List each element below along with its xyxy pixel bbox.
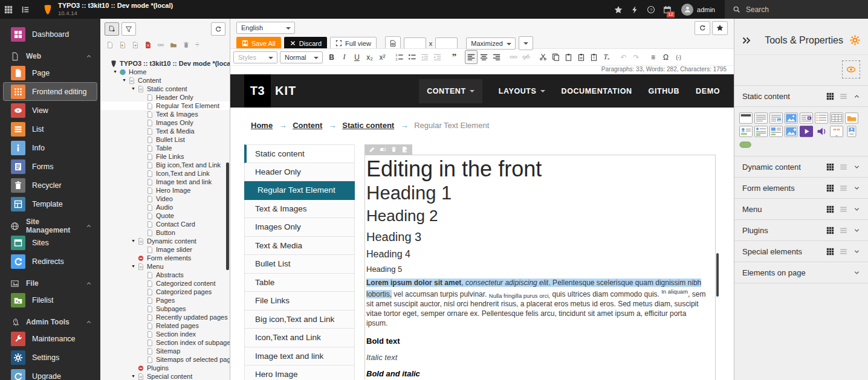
breadcrumb-link-content[interactable]: Content	[293, 121, 322, 130]
submenu-item-image-text-and-link[interactable]: Image text and link	[244, 347, 355, 366]
tree-node-sitemaps-of-selected-pages[interactable]: Sitemaps of selected pages	[100, 355, 230, 364]
trash-drag-icon[interactable]	[183, 41, 190, 49]
new-page-button[interactable]	[105, 22, 119, 36]
bullets-element-icon[interactable]	[815, 112, 828, 124]
uploads-element-icon[interactable]	[845, 112, 858, 124]
blockquote-button[interactable]: ”	[448, 50, 461, 64]
delete-icon[interactable]	[390, 146, 397, 153]
book-bookmark-button[interactable]	[712, 21, 728, 35]
collapse-panel-button[interactable]	[742, 36, 751, 45]
nav-item-layouts[interactable]: LAYOUTS	[499, 87, 545, 95]
toggle-hidden-elements-button[interactable]	[842, 60, 860, 79]
full-view-button[interactable]: Full view	[330, 37, 377, 50]
contact-element-icon[interactable]	[739, 126, 753, 137]
insert-nbsp-button[interactable]: (-)	[672, 50, 685, 64]
submenu-item-file-links[interactable]: File Links	[244, 292, 355, 311]
language-select[interactable]: English	[236, 22, 295, 34]
view-size-select[interactable]: Maximized	[466, 37, 516, 50]
pagearrow-drag-icon[interactable]	[132, 41, 139, 49]
tree-node-related-pages[interactable]: Related pages	[100, 321, 230, 330]
collapse-arrow-icon[interactable]: ▼	[130, 85, 137, 93]
tree-node-bullet-list[interactable]: Bullet List	[100, 135, 230, 144]
sidebar-item-upgrade[interactable]: Upgrade	[3, 367, 97, 380]
discard-button[interactable]: Discard	[284, 37, 327, 50]
collapse-arrow-icon[interactable]: ▼	[121, 76, 128, 85]
panel-section-elements-on-page[interactable]: Elements on page	[734, 262, 868, 283]
section-file[interactable]: File	[0, 276, 100, 291]
divider-drag-icon[interactable]: ÷	[195, 40, 199, 49]
tree-node-section-index[interactable]: Section index	[100, 330, 230, 338]
nav-item-demo[interactable]: DEMO	[696, 87, 720, 95]
paste-from-word-button[interactable]: W	[575, 50, 588, 64]
superscript-button[interactable]: x²	[376, 50, 389, 64]
panel-section-static-content[interactable]: Static content	[734, 86, 868, 107]
tree-node-pages[interactable]: Pages	[100, 296, 230, 304]
panel-settings-icon[interactable]	[849, 34, 861, 46]
submenu-item-bullet-list[interactable]: Bullet List	[244, 255, 355, 274]
align-left-button[interactable]	[465, 50, 478, 64]
underline-button[interactable]: U	[351, 50, 363, 64]
tree-node-static-content[interactable]: ▼Static content	[100, 85, 230, 93]
audio-element-icon[interactable]	[815, 126, 828, 137]
image-element-icon[interactable]	[785, 112, 798, 124]
panel-section-form-elements[interactable]: Form elements	[734, 178, 868, 199]
tree-node-hero-image[interactable]: Hero Image	[100, 186, 230, 195]
submenu-item-icon-text-and-link[interactable]: Icon,Text and Link	[244, 329, 355, 347]
panel-section-plugins[interactable]: Plugins	[734, 220, 868, 241]
imagetext-element-icon[interactable]	[769, 126, 783, 137]
brand[interactable]: TYPO3 :: t3kit10 :: Dev mode *(local) 10…	[34, 0, 179, 19]
tree-node-contact-card[interactable]: Contact Card	[100, 220, 230, 228]
submenu-item-big-icon-text-and-link[interactable]: Big icon,Text and Link	[244, 311, 355, 329]
tree-node-categorized-pages[interactable]: Categorized pages	[100, 288, 230, 296]
refresh-tree-button[interactable]	[211, 22, 225, 36]
width-input[interactable]	[404, 37, 426, 49]
sidebar-item-info[interactable]: Info	[3, 138, 97, 157]
module-menu-toggle[interactable]	[0, 0, 17, 19]
tree-node-video[interactable]: Video	[100, 195, 230, 203]
subscript-button[interactable]: x₂	[363, 50, 376, 64]
new-content-icon[interactable]	[401, 146, 408, 153]
tree-scrollbar[interactable]	[226, 163, 229, 270]
sidebar-item-settings[interactable]: Settings	[3, 348, 97, 367]
tree-node-special-content[interactable]: ▼Special content	[100, 372, 230, 380]
special-character-button[interactable]: Ω	[659, 50, 672, 64]
icontext-element-icon[interactable]	[754, 126, 768, 137]
view-size-caret-button[interactable]	[519, 36, 533, 50]
submenu-item-images-only[interactable]: Images Only	[244, 218, 355, 237]
submenu-item-table[interactable]: Table	[244, 274, 355, 292]
tree-node-regular-text-element[interactable]: Regular Text Element	[100, 101, 230, 110]
tree-node-file-links[interactable]: File Links	[100, 152, 230, 161]
collapse-arrow-icon[interactable]: ▼	[112, 68, 118, 76]
submenu-item-text-media[interactable]: Text & Media	[244, 237, 355, 256]
pagetree-toggle[interactable]	[17, 0, 34, 19]
italic-button[interactable]: I	[338, 50, 351, 64]
copy-button[interactable]	[549, 50, 562, 64]
paste-button[interactable]	[562, 50, 575, 64]
submenu-section-static-content[interactable]: Static content	[244, 144, 355, 163]
format-select[interactable]: Normal	[280, 51, 323, 63]
sidebar-item-frontend-editing[interactable]: Frontend editing	[3, 82, 97, 101]
tree-node-text-images[interactable]: Text & Images	[100, 110, 230, 118]
tree-node-table[interactable]: Table	[100, 144, 230, 152]
submenu-item-text-images[interactable]: Text & Images	[244, 200, 355, 219]
align-right-button[interactable]	[490, 50, 503, 64]
sidebar-item-sites[interactable]: Sites	[3, 233, 97, 252]
page-drag-icon[interactable]	[106, 41, 114, 49]
panel-section-special-elements[interactable]: Special elements	[734, 241, 868, 262]
pagestar-drag-icon[interactable]	[119, 41, 126, 49]
help-button[interactable]: ?	[643, 0, 659, 19]
bookmarks-button[interactable]	[610, 0, 626, 19]
tree-node-sitemap[interactable]: Sitemap	[100, 347, 230, 355]
sidebar-item-template[interactable]: Template	[3, 195, 97, 213]
tree-node-image-text-and-link[interactable]: Image text and link	[100, 178, 230, 186]
tree-node-menu[interactable]: ▼Menu	[100, 262, 230, 271]
visibility-toggle-icon[interactable]	[380, 146, 386, 153]
panel-section-menu[interactable]: Menu	[734, 199, 868, 220]
section-web[interactable]: Web	[0, 49, 100, 63]
collapse-arrow-icon[interactable]: ▼	[130, 237, 137, 245]
sidebar-item-forms[interactable]: Forms	[3, 157, 97, 176]
styles-select[interactable]: Styles	[233, 51, 277, 63]
nav-item-github[interactable]: GITHUB	[649, 87, 680, 95]
show-blocks-button[interactable]: ≡	[647, 50, 659, 64]
sidebar-item-filelist[interactable]: Filelist	[3, 291, 97, 309]
